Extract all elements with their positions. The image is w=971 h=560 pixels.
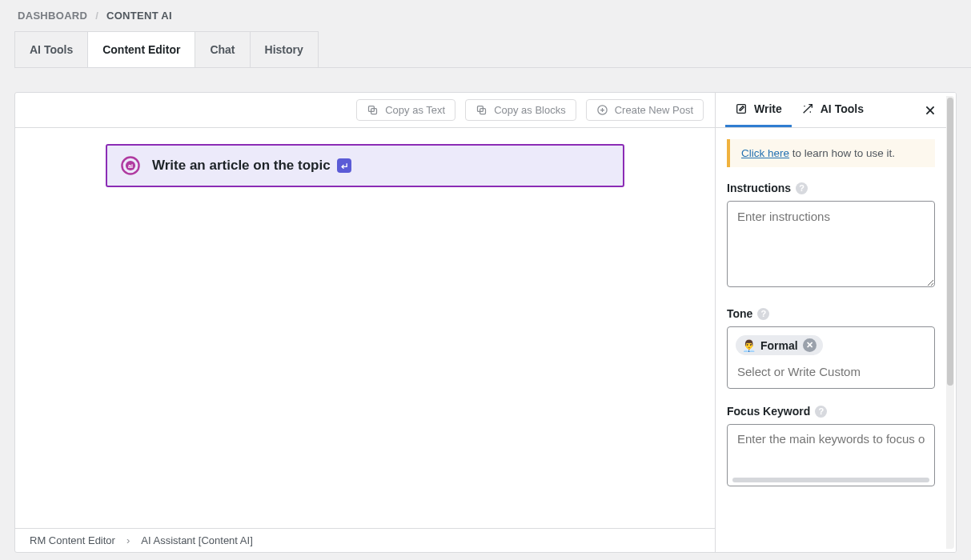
tone-input[interactable]: [736, 363, 926, 380]
copy-icon: [475, 104, 488, 116]
horizontal-scrollbar[interactable]: [732, 478, 929, 482]
tip-box: Click here to learn how to use it.: [727, 139, 935, 167]
instructions-input[interactable]: [727, 201, 935, 287]
focus-keyword-box[interactable]: [727, 424, 935, 486]
editor-column: Copy as Text Copy as Blocks Create New P…: [15, 93, 716, 552]
help-icon[interactable]: ?: [815, 406, 827, 418]
focus-keyword-label: Focus Keyword ?: [727, 405, 935, 418]
ai-icon: ai: [120, 155, 141, 176]
copy-as-blocks-button[interactable]: Copy as Blocks: [465, 99, 576, 121]
copy-as-text-button[interactable]: Copy as Text: [356, 99, 455, 121]
tip-link[interactable]: Click here: [741, 147, 789, 159]
focus-keyword-input[interactable]: [736, 431, 926, 446]
breadcrumb-root[interactable]: DASHBOARD: [18, 10, 87, 22]
sidebar-scrollbar-thumb[interactable]: [947, 98, 953, 386]
sidebar-tab-ai-tools[interactable]: AI Tools: [792, 93, 873, 127]
tab-ai-tools[interactable]: AI Tools: [14, 31, 88, 67]
close-icon: [925, 105, 936, 116]
chevron-right-icon: ›: [126, 534, 130, 546]
pencil-square-icon: [735, 102, 748, 115]
create-new-post-button[interactable]: Create New Post: [586, 99, 704, 121]
copy-as-text-label: Copy as Text: [385, 104, 445, 116]
breadcrumb-current: CONTENT AI: [106, 10, 172, 22]
sidebar-column: Write AI Tools Click here to learn how t…: [716, 93, 956, 552]
sidebar-tab-ai-tools-label: AI Tools: [821, 102, 864, 115]
enter-key-icon: [337, 158, 351, 173]
sidebar-tabs: Write AI Tools: [716, 93, 946, 128]
tone-chip-formal: 👨‍💼 Formal ✕: [736, 335, 823, 355]
svg-rect-10: [737, 105, 746, 114]
tab-chat[interactable]: Chat: [195, 31, 250, 67]
plus-circle-icon: [596, 104, 608, 116]
tip-text: to learn how to use it.: [789, 147, 895, 159]
sidebar-content: Click here to learn how to use it. Instr…: [716, 128, 946, 552]
help-icon[interactable]: ?: [796, 182, 808, 194]
copy-icon: [367, 104, 379, 116]
breadcrumb-separator: /: [95, 10, 98, 22]
editor-toolbar: Copy as Text Copy as Blocks Create New P…: [15, 93, 715, 128]
instructions-label: Instructions ?: [727, 182, 935, 194]
tone-multiselect[interactable]: 👨‍💼 Formal ✕: [727, 326, 935, 389]
editor-footer-breadcrumb: RM Content Editor › AI Assistant [Conten…: [15, 528, 715, 552]
tab-content-editor[interactable]: Content Editor: [87, 31, 195, 67]
editor-body[interactable]: ai Write an article on the topic: [15, 128, 715, 528]
wand-icon: [801, 102, 814, 115]
sidebar-tab-write-label: Write: [754, 102, 782, 115]
emoji-icon: 👨‍💼: [742, 339, 756, 352]
tab-history[interactable]: History: [250, 31, 319, 67]
help-icon[interactable]: ?: [757, 308, 769, 320]
create-new-post-label: Create New Post: [615, 104, 693, 116]
ai-assistant-block[interactable]: ai Write an article on the topic: [106, 144, 624, 187]
ai-prompt-text: Write an article on the topic: [152, 158, 331, 174]
svg-text:ai: ai: [128, 162, 133, 170]
sidebar-tab-write[interactable]: Write: [725, 93, 792, 127]
breadcrumb: DASHBOARD / CONTENT AI: [0, 0, 971, 22]
top-tab-bar: AI Tools Content Editor Chat History: [14, 31, 971, 68]
tone-chip-label: Formal: [760, 339, 798, 352]
footer-root[interactable]: RM Content Editor: [30, 534, 115, 546]
sidebar-close-button[interactable]: [919, 99, 941, 122]
copy-as-blocks-label: Copy as Blocks: [494, 104, 566, 116]
main-container: Copy as Text Copy as Blocks Create New P…: [14, 92, 957, 553]
tone-chip-remove[interactable]: ✕: [803, 338, 817, 352]
footer-current: AI Assistant [Content AI]: [141, 534, 252, 546]
tone-label: Tone ?: [727, 307, 935, 320]
ai-prompt-row: Write an article on the topic: [152, 158, 351, 174]
